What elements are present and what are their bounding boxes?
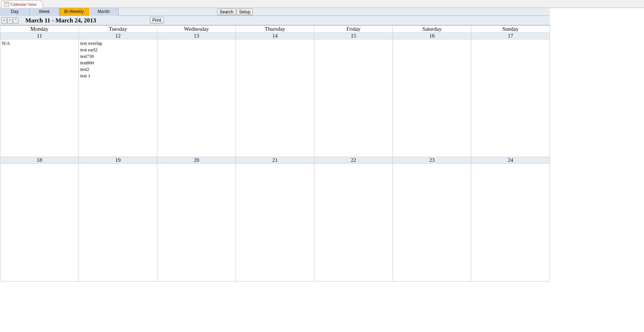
tab-month[interactable]: Month [89,8,119,16]
search-button[interactable]: Search [217,9,236,15]
calendar-event[interactable]: test730 [80,53,156,60]
calendar-event[interactable]: test overlap [80,40,156,47]
day-cell[interactable] [471,164,550,281]
day-cell[interactable] [157,39,236,157]
date-number: 18 [0,157,79,164]
svg-rect-5 [7,5,8,5]
date-number: 11 [0,33,79,39]
day-cell[interactable] [157,164,236,281]
day-cell[interactable] [79,164,157,281]
weekday-header: Monday [0,26,79,33]
print-button[interactable]: Print [150,17,164,23]
tab-week[interactable]: Week [30,8,59,16]
weekday-header: Tuesday [79,26,157,33]
date-number: 17 [471,33,550,39]
day-cell[interactable] [236,39,314,157]
document-tab-label: Calendar View [10,2,36,7]
day-cell[interactable] [314,164,393,281]
date-range-title: March 11 - March 24, 2013 [25,17,96,24]
date-number: 24 [471,157,550,164]
day-cell[interactable] [393,164,471,281]
view-mode-bar: Day Week Bi-Weekly Month Search Setup [0,8,550,16]
weekday-header: Wednesday [157,26,236,33]
svg-rect-1 [5,3,8,3]
form-icon [4,2,9,7]
tab-day[interactable]: Day [0,8,30,16]
date-number: 21 [236,157,314,164]
weekday-header: Friday [314,26,393,33]
day-cell[interactable] [471,39,550,157]
prev-button[interactable]: < [1,17,7,24]
date-number: 20 [157,157,236,164]
day-cell[interactable]: N/A [0,39,79,157]
calendar-event[interactable]: test earl2 [80,47,156,53]
day-cell[interactable] [314,39,393,157]
svg-rect-3 [7,4,8,4]
date-number: 22 [314,157,393,164]
day-cell[interactable]: test overlap test earl2 test730 test800 … [79,39,157,157]
svg-rect-2 [5,4,6,4]
calendar-event[interactable]: N/A [2,40,77,47]
calendar-grid: Monday Tuesday Wednesday Thursday Friday… [0,25,550,281]
date-number: 13 [157,33,236,39]
date-number-row: 11 12 13 14 15 16 17 [0,33,550,39]
date-number: 23 [393,157,471,164]
setup-button[interactable]: Setup [237,9,253,15]
date-number: 14 [236,33,314,39]
day-cell-row: N/A test overlap test earl2 test730 test… [0,39,550,157]
document-tab-bar: Calendar View [0,0,644,8]
weekday-header: Sunday [471,26,550,33]
day-cell[interactable] [0,164,79,281]
date-number-row: 18 19 20 21 22 23 24 [0,157,550,164]
day-cell-row [0,164,550,281]
calendar-event[interactable]: test 1 [80,73,156,79]
tab-biweekly[interactable]: Bi-Weekly [59,8,89,16]
weekday-header: Thursday [236,26,314,33]
nav-bar: < > ^ March 11 - March 24, 2013 Print [0,16,550,25]
weekday-header: Saturday [393,26,471,33]
weekday-header-row: Monday Tuesday Wednesday Thursday Friday… [0,26,550,33]
svg-rect-4 [5,5,6,5]
date-number: 16 [393,33,471,39]
calendar-event[interactable]: test800 [80,60,156,66]
date-number: 15 [314,33,393,39]
day-cell[interactable] [236,164,314,281]
next-button[interactable]: > [7,17,13,24]
view-tabs: Day Week Bi-Weekly Month [0,8,119,16]
today-button[interactable]: ^ [13,17,18,24]
document-tab-calendar-view[interactable]: Calendar View [1,0,43,8]
date-number: 19 [79,157,157,164]
date-number: 12 [79,33,157,39]
calendar-event[interactable]: test2 [80,66,156,73]
day-cell[interactable] [393,39,471,157]
